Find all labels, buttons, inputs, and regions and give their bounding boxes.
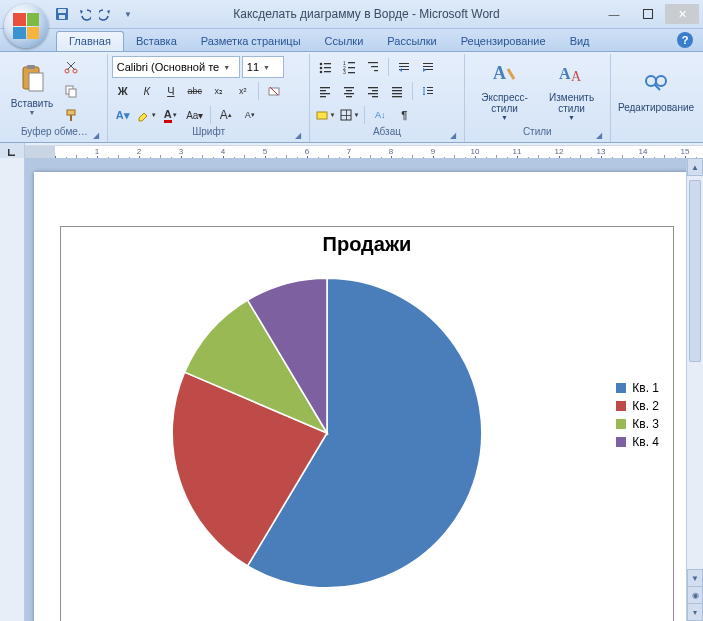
change-styles-button[interactable]: AA Изменить стили▼: [541, 56, 603, 124]
previous-page-button[interactable]: ◉: [687, 586, 703, 604]
tab-view[interactable]: Вид: [558, 32, 602, 51]
qat-customize-icon[interactable]: ▼: [120, 6, 136, 22]
close-button[interactable]: ✕: [665, 4, 699, 24]
svg-rect-54: [317, 112, 327, 119]
svg-rect-44: [372, 90, 378, 91]
tab-page-layout[interactable]: Разметка страницы: [189, 32, 313, 51]
maximize-button[interactable]: [631, 4, 665, 24]
svg-point-16: [320, 67, 323, 70]
subscript-button[interactable]: x₂: [208, 80, 230, 102]
svg-rect-38: [320, 96, 326, 97]
svg-rect-17: [324, 67, 331, 68]
svg-rect-35: [320, 87, 330, 88]
editing-button[interactable]: Редактирование: [615, 56, 697, 124]
group-label: Буфер обме…◢: [6, 126, 103, 142]
vertical-scrollbar[interactable]: ▲ ▼ ◉ ▾: [686, 158, 703, 621]
svg-rect-12: [70, 115, 72, 121]
sort-button[interactable]: A↓: [369, 104, 391, 126]
font-family-combo[interactable]: Calibri (Основной те▼: [112, 56, 240, 78]
vertical-ruler[interactable]: [0, 158, 25, 621]
underline-button[interactable]: Ч: [160, 80, 182, 102]
bullets-button[interactable]: [314, 56, 336, 78]
svg-point-61: [646, 76, 656, 86]
next-page-button[interactable]: ▾: [687, 603, 703, 621]
page[interactable]: Продажи Кв. 1Кв. 2Кв. 3Кв. 4: [34, 172, 692, 621]
svg-rect-51: [427, 87, 433, 88]
svg-rect-21: [348, 62, 355, 63]
strikethrough-button[interactable]: abc: [184, 80, 206, 102]
svg-rect-30: [399, 66, 409, 67]
svg-rect-45: [368, 93, 378, 94]
bold-button[interactable]: Ж: [112, 80, 134, 102]
group-clipboard: Вставить ▼ Буфер обме…◢: [2, 54, 108, 142]
svg-rect-33: [423, 66, 433, 67]
change-case-button[interactable]: Aa▾: [184, 104, 206, 126]
help-icon[interactable]: ?: [677, 32, 693, 48]
justify-button[interactable]: [386, 80, 408, 102]
cut-button[interactable]: [60, 56, 82, 78]
clear-formatting-button[interactable]: [263, 80, 285, 102]
text-effects-button[interactable]: A▾: [112, 104, 134, 126]
redo-icon[interactable]: [98, 6, 114, 22]
borders-button[interactable]: ▼: [338, 104, 360, 126]
tab-mailings[interactable]: Рассылки: [375, 32, 448, 51]
decrease-indent-button[interactable]: [393, 56, 415, 78]
increase-indent-button[interactable]: [417, 56, 439, 78]
legend-item: Кв. 4: [616, 435, 659, 449]
grow-font-button[interactable]: A▴: [215, 104, 237, 126]
svg-rect-37: [320, 93, 330, 94]
font-color-button[interactable]: A▼: [160, 104, 182, 126]
legend-swatch: [616, 437, 626, 447]
quick-styles-label: Экспресс-стили: [470, 92, 540, 114]
group-font: Calibri (Основной те▼ 11▼ Ж К Ч abc x₂ x…: [108, 54, 311, 142]
shrink-font-button[interactable]: A▾: [239, 104, 261, 126]
scroll-down-button[interactable]: ▼: [687, 569, 703, 587]
dialog-launcher-icon[interactable]: ◢: [293, 131, 303, 141]
svg-rect-23: [348, 67, 355, 68]
editing-label: Редактирование: [618, 102, 694, 113]
undo-icon[interactable]: [76, 6, 92, 22]
tab-insert[interactable]: Вставка: [124, 32, 189, 51]
tab-home[interactable]: Главная: [56, 31, 124, 51]
svg-rect-53: [427, 93, 433, 94]
shading-button[interactable]: ▼: [314, 104, 336, 126]
dialog-launcher-icon[interactable]: ◢: [448, 131, 458, 141]
legend-item: Кв. 3: [616, 417, 659, 431]
format-painter-button[interactable]: [60, 104, 82, 126]
font-family-value: Calibri (Основной те: [117, 61, 219, 73]
tab-review[interactable]: Рецензирование: [449, 32, 558, 51]
line-spacing-button[interactable]: [417, 80, 439, 102]
scroll-up-button[interactable]: ▲: [687, 158, 703, 176]
minimize-button[interactable]: —: [597, 4, 631, 24]
svg-rect-3: [644, 10, 653, 19]
dialog-launcher-icon[interactable]: ◢: [594, 131, 604, 141]
superscript-button[interactable]: x²: [232, 80, 254, 102]
group-label: Абзац◢: [314, 126, 459, 142]
multilevel-list-button[interactable]: [362, 56, 384, 78]
quick-styles-button[interactable]: A Экспресс-стили▼: [469, 56, 541, 124]
separator: [412, 82, 413, 100]
align-center-button[interactable]: [338, 80, 360, 102]
chart-legend: Кв. 1Кв. 2Кв. 3Кв. 4: [616, 377, 659, 453]
show-marks-button[interactable]: ¶: [393, 104, 415, 126]
italic-button[interactable]: К: [136, 80, 158, 102]
save-icon[interactable]: [54, 6, 70, 22]
font-size-combo[interactable]: 11▼: [242, 56, 284, 78]
scroll-thumb[interactable]: [689, 180, 701, 362]
numbering-button[interactable]: 123: [338, 56, 360, 78]
highlight-button[interactable]: ▼: [136, 104, 158, 126]
copy-button[interactable]: [60, 80, 82, 102]
paste-button[interactable]: Вставить ▼: [6, 56, 58, 124]
chart-object[interactable]: Продажи Кв. 1Кв. 2Кв. 3Кв. 4: [60, 226, 674, 621]
quick-access-toolbar: ▼: [54, 6, 136, 22]
align-left-button[interactable]: [314, 80, 336, 102]
tab-references[interactable]: Ссылки: [313, 32, 376, 51]
align-right-button[interactable]: [362, 80, 384, 102]
dialog-launcher-icon[interactable]: ◢: [91, 131, 101, 141]
office-button[interactable]: [4, 4, 48, 48]
find-icon: [640, 68, 672, 100]
svg-rect-40: [346, 90, 352, 91]
title-bar: ▼ Каксделать диаграмму в Ворде - Microso…: [0, 0, 703, 29]
group-paragraph: 123 ▼ ▼ A↓: [310, 54, 464, 142]
svg-rect-48: [392, 90, 402, 91]
